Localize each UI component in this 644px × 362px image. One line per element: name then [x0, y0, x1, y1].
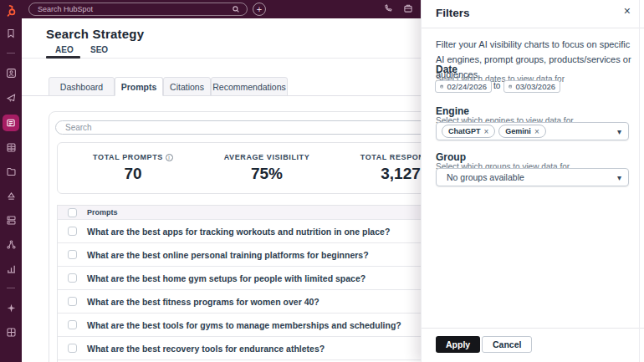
stat-total-prompts: TOTAL PROMPTSi 70	[66, 153, 200, 183]
workspace-icon[interactable]	[403, 3, 415, 15]
global-search[interactable]	[28, 3, 248, 16]
calendar-icon	[509, 83, 512, 90]
prompt-text[interactable]: What are the best online personal traini…	[87, 250, 421, 260]
chip-label: ChatGPT	[448, 127, 481, 135]
date-to-input[interactable]: 03/03/2026	[503, 80, 560, 93]
chip-remove-icon[interactable]: ×	[484, 127, 489, 136]
phone-icon[interactable]	[383, 3, 395, 15]
sidebar	[0, 0, 22, 362]
sidebar-item-content[interactable]	[3, 115, 19, 131]
chevron-down-icon[interactable]: ▾	[617, 127, 621, 136]
sidebar-divider	[7, 288, 15, 288]
eject-icon	[6, 191, 17, 201]
bar-chart-icon	[6, 263, 17, 274]
stat-value: 75%	[200, 165, 334, 183]
row-checkbox[interactable]	[68, 344, 77, 353]
bookmark-icon	[6, 28, 16, 38]
row-checkbox[interactable]	[68, 297, 77, 306]
content-icon	[6, 118, 16, 128]
info-icon[interactable]: i	[166, 154, 173, 161]
tab-aeo[interactable]: AEO	[55, 45, 74, 54]
megaphone-icon	[6, 92, 17, 103]
network-icon	[6, 239, 17, 250]
contacts-icon	[6, 68, 17, 79]
sidebar-item-contacts[interactable]	[4, 66, 18, 79]
row-checkbox[interactable]	[68, 273, 77, 283]
tab-prompts[interactable]: Prompts	[115, 77, 163, 96]
group-select-value: No groups available	[447, 172, 524, 182]
group-section-label: Group	[436, 151, 466, 163]
prompt-text[interactable]: What are the best home gym setups for pe…	[87, 273, 421, 283]
sparkle-icon	[6, 303, 17, 314]
date-section-label: Date	[436, 64, 457, 75]
filters-panel: Filters × Filter your AI visibility char…	[421, 0, 644, 362]
apply-button[interactable]: Apply	[436, 336, 480, 353]
database-icon	[6, 215, 17, 226]
app-window: + Search Strategy AEO SEO Dashboard Prom…	[0, 0, 644, 362]
tab-recommendations[interactable]: Recommendations	[211, 77, 288, 96]
chevron-down-icon[interactable]: ▾	[617, 173, 621, 182]
sidebar-item-marketplace[interactable]	[4, 325, 18, 339]
search-icon	[232, 5, 240, 13]
prompt-text[interactable]: What are the best tools for gyms to mana…	[87, 320, 421, 330]
stat-average-visibility: AVERAGE VISIBILITY 75%	[200, 153, 334, 183]
sidebar-item-commerce[interactable]	[4, 140, 18, 154]
row-checkbox[interactable]	[68, 250, 77, 259]
column-header-prompts[interactable]: Prompts	[87, 208, 421, 217]
panel-scrollbar-gutter[interactable]	[639, 0, 640, 362]
panel-divider	[422, 28, 644, 28]
prompt-text[interactable]: What are the best recovery tools for end…	[87, 344, 421, 354]
stat-label: TOTAL PROMPTS	[93, 153, 163, 161]
sidebar-divider	[7, 53, 15, 54]
date-to-value: 03/03/2026	[515, 82, 555, 91]
cancel-button[interactable]: Cancel	[482, 336, 532, 353]
select-all-checkbox[interactable]	[68, 208, 77, 217]
row-checkbox[interactable]	[68, 320, 77, 329]
tab-dashboard[interactable]: Dashboard	[49, 77, 115, 96]
panel-title: Filters	[436, 7, 470, 19]
sidebar-item-reporting[interactable]	[4, 262, 18, 275]
engine-chip-chatgpt[interactable]: ChatGPT ×	[442, 125, 495, 138]
chip-label: Gemini	[505, 127, 531, 135]
sidebar-item-ai-assistant[interactable]	[4, 301, 18, 314]
grid-icon	[6, 327, 17, 338]
sidebar-item-launch[interactable]	[4, 189, 18, 202]
drawers-icon	[6, 142, 17, 153]
engine-select[interactable]: ChatGPT × Gemini × ▾	[436, 122, 629, 140]
sidebar-item-data[interactable]	[4, 213, 18, 227]
engine-chip-gemini[interactable]: Gemini ×	[498, 125, 545, 138]
close-icon[interactable]: ×	[624, 5, 631, 17]
date-from-value: 02/24/2026	[447, 82, 487, 91]
sidebar-item-bookmarks[interactable]	[4, 27, 18, 40]
sidebar-item-library[interactable]	[4, 165, 18, 178]
row-checkbox[interactable]	[68, 227, 77, 236]
sidebar-item-workflows[interactable]	[4, 237, 18, 251]
hubspot-logo-icon[interactable]	[5, 4, 18, 17]
panel-footer-rule	[422, 328, 644, 329]
folder-icon	[6, 166, 17, 177]
calendar-icon	[440, 83, 443, 90]
global-search-input[interactable]	[36, 4, 232, 14]
page-title: Search Strategy	[46, 27, 144, 41]
tab-citations[interactable]: Citations	[163, 77, 211, 96]
group-select[interactable]: No groups available ▾	[436, 168, 629, 186]
engine-section-label: Engine	[436, 105, 469, 117]
date-from-input[interactable]: 02/24/2026	[435, 80, 492, 93]
date-to-label: to	[493, 81, 500, 90]
active-tab-underline	[46, 56, 80, 59]
stat-value: 70	[66, 165, 200, 183]
tab-seo[interactable]: SEO	[90, 45, 108, 54]
stat-label: AVERAGE VISIBILITY	[224, 153, 310, 161]
prompt-text[interactable]: What are the best fitness programs for w…	[87, 297, 421, 307]
create-button[interactable]: +	[253, 3, 266, 16]
sidebar-item-marketing[interactable]	[4, 90, 18, 104]
prompt-text[interactable]: What are the best apps for tracking work…	[87, 227, 421, 237]
chip-remove-icon[interactable]: ×	[534, 127, 539, 136]
